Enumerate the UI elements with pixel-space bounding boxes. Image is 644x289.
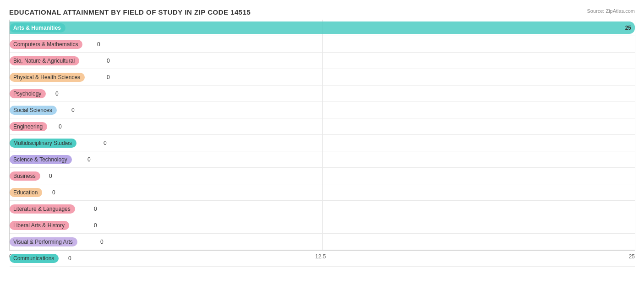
bar-label: Visual & Performing Arts — [10, 237, 77, 246]
bar-value: 0 — [49, 173, 52, 179]
bar-label-container: Science & Technology — [10, 155, 72, 164]
bar-label-container: Liberal Arts & History — [10, 221, 69, 230]
bar-value: 0 — [94, 206, 97, 212]
bar-label-container: Visual & Performing Arts — [10, 237, 77, 246]
bar-label-container: Multidisciplinary Studies — [10, 139, 76, 148]
bar-label-container: Physical & Health Sciences — [10, 73, 85, 82]
bar-row: Literature & Languages0 — [10, 201, 635, 217]
bar-value: 0 — [97, 41, 100, 48]
chart-area: Arts & Humanities25Computers & Mathemati… — [9, 20, 635, 264]
bar-row: Liberal Arts & History0 — [10, 217, 635, 234]
bar-label-container: Arts & Humanities — [10, 23, 65, 32]
bar-value: 0 — [107, 74, 110, 80]
bar-row: Social Sciences0 — [10, 102, 635, 118]
bar-row: Multidisciplinary Studies0 — [10, 135, 635, 151]
bar-label-container: Communications — [10, 254, 59, 263]
bar-row: Education0 — [10, 184, 635, 201]
bar-label-container: Computers & Mathematics — [10, 40, 82, 49]
bar-row: Computers & Mathematics0 — [10, 36, 635, 53]
bar-label: Social Sciences — [10, 106, 57, 115]
bar-label-container: Education — [10, 188, 42, 197]
bar-row: Engineering0 — [10, 118, 635, 135]
gridline — [635, 20, 635, 250]
bar-label-container: Social Sciences — [10, 106, 57, 115]
bar-row: Science & Technology0 — [10, 151, 635, 168]
bar-label: Science & Technology — [10, 155, 72, 164]
bar-label-container: Bio, Nature & Agricultural — [10, 56, 79, 65]
bar-value: 0 — [59, 123, 62, 130]
bar-label: Education — [10, 188, 42, 197]
bar-label: Computers & Mathematics — [10, 40, 82, 49]
bar-label: Business — [10, 171, 40, 181]
chart-source: Source: ZipAtlas.com — [587, 8, 635, 14]
bar-row: Business0 — [10, 168, 635, 184]
chart-title: EDUCATIONAL ATTAINMENT BY FIELD OF STUDY… — [9, 8, 635, 16]
bar-value: 0 — [68, 255, 71, 262]
bar-row: Communications0 — [10, 250, 635, 267]
chart-container: EDUCATIONAL ATTAINMENT BY FIELD OF STUDY… — [0, 0, 644, 289]
bar-label: Multidisciplinary Studies — [10, 139, 76, 148]
bar-label: Liberal Arts & History — [10, 221, 69, 230]
bar-value: 0 — [104, 140, 107, 146]
bar-label: Communications — [10, 254, 59, 263]
bar-label-container: Engineering — [10, 122, 47, 131]
bar-row: Psychology0 — [10, 86, 635, 102]
bar-label: Arts & Humanities — [10, 23, 65, 32]
bar-label-container: Psychology — [10, 89, 46, 98]
bars-wrapper: Arts & Humanities25Computers & Mathemati… — [9, 20, 635, 250]
bar-label-container: Business — [10, 171, 40, 181]
bar-value: 0 — [100, 239, 104, 245]
bar-value: 0 — [55, 91, 59, 97]
bar-label: Literature & Languages — [10, 204, 75, 214]
bar-row: Bio, Nature & Agricultural0 — [10, 53, 635, 69]
bar-value: 25 — [625, 25, 631, 31]
bar-row: Visual & Performing Arts0 — [10, 234, 635, 250]
bar-value: 0 — [87, 156, 91, 163]
bar-value: 0 — [71, 107, 75, 113]
bar-label: Bio, Nature & Agricultural — [10, 56, 79, 65]
bar-value: 0 — [52, 189, 55, 196]
bar-row: Physical & Health Sciences0 — [10, 69, 635, 86]
bar-fill — [10, 21, 635, 34]
bar-value: 0 — [94, 222, 97, 229]
bar-label: Engineering — [10, 122, 47, 131]
bar-row: Arts & Humanities25 — [10, 20, 635, 36]
bar-label: Psychology — [10, 89, 46, 98]
bar-label: Physical & Health Sciences — [10, 73, 85, 82]
bar-value: 0 — [107, 58, 110, 64]
bar-label-container: Literature & Languages — [10, 204, 75, 214]
